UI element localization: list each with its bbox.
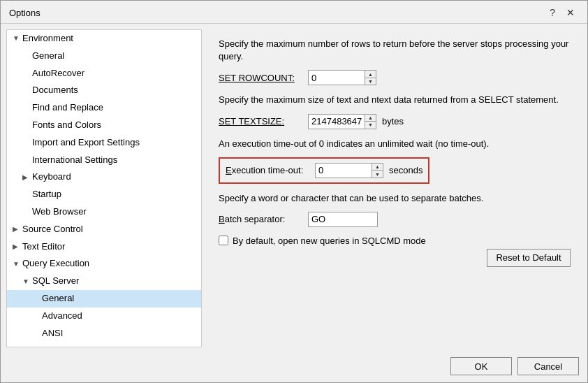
batch-row: Batch separator: [219, 212, 571, 227]
timeout-units: seconds [389, 165, 422, 175]
tree-item-general-sql[interactable]: General [7, 290, 201, 308]
textsize-description: Specify the maximum size of text and nte… [219, 94, 571, 106]
cancel-button[interactable]: Cancel [517, 357, 579, 375]
tree-item-documents[interactable]: Documents [7, 82, 201, 99]
right-panel: Specify the maximum number of rows to re… [207, 29, 582, 347]
tree-item-startup[interactable]: Startup [7, 186, 201, 203]
tree-item-autorecover[interactable]: AutoRecover [7, 65, 201, 82]
sqlcmd-checkbox[interactable] [219, 236, 228, 245]
rowcount-input[interactable] [309, 71, 365, 85]
textsize-label: SET TEXTSIZE: [219, 116, 302, 127]
rowcount-row: SET ROWCOUNT: ▲ ▼ [219, 70, 571, 85]
options-dialog: Options ? ✕ Environment General AutoReco… [0, 0, 588, 383]
textsize-spinner[interactable]: ▲ ▼ [308, 114, 376, 129]
tree-item-keyboard[interactable]: Keyboard [7, 168, 201, 186]
tree-item-ansi[interactable]: ANSI [7, 325, 201, 342]
tree-item-fonts-colors[interactable]: Fonts and Colors [7, 117, 201, 134]
tree-item-import-export[interactable]: Import and Export Settings [7, 134, 201, 152]
dialog-title: Options [9, 8, 41, 18]
title-bar: Options ? ✕ [1, 1, 587, 24]
tree-item-international[interactable]: International Settings [7, 152, 201, 169]
tree-item-source-control[interactable]: Source Control [7, 221, 201, 238]
tree-panel: Environment General AutoRecover Document… [6, 29, 202, 347]
tree-item-sql-server[interactable]: SQL Server [7, 273, 201, 290]
tree-item-find-replace[interactable]: Find and Replace [7, 99, 201, 117]
textsize-row: SET TEXTSIZE: ▲ ▼ bytes [219, 114, 571, 129]
execution-timeout-box: Execution time-out: ▲ ▼ seconds [219, 157, 429, 184]
arrow-environment [13, 33, 22, 44]
reset-button[interactable]: Reset to Default [487, 249, 571, 267]
arrow-keyboard [22, 172, 32, 183]
tree-item-query-execution[interactable]: Query Execution [7, 255, 201, 273]
content-area: Specify the maximum number of rows to re… [207, 29, 582, 347]
textsize-input[interactable] [309, 115, 365, 129]
timeout-label: Execution time-out: [226, 165, 309, 175]
batch-label: Batch separator: [219, 214, 302, 224]
batch-section: Specify a word or character that can be … [219, 192, 571, 227]
rowcount-spinner[interactable]: ▲ ▼ [308, 70, 376, 85]
textsize-spin-buttons: ▲ ▼ [365, 115, 376, 129]
timeout-input[interactable] [316, 164, 372, 178]
textsize-up-button[interactable]: ▲ [365, 115, 376, 122]
arrow-text-editor [13, 241, 22, 252]
timeout-spinner[interactable]: ▲ ▼ [315, 163, 383, 178]
arrow-sql-server [22, 276, 32, 287]
title-bar-controls: ? ✕ [545, 6, 579, 19]
timeout-description: An execution time-out of 0 indicates an … [219, 138, 571, 150]
sqlcmd-label: By default, open new queries in SQLCMD m… [233, 236, 426, 246]
textsize-down-button[interactable]: ▼ [365, 122, 376, 129]
tree-item-general-env[interactable]: General [7, 48, 201, 65]
dialog-body: Environment General AutoRecover Document… [1, 24, 587, 353]
rowcount-description: Specify the maximum number of rows to re… [219, 38, 571, 63]
batch-input[interactable] [308, 212, 378, 227]
tree-item-web-browser[interactable]: Web Browser [7, 203, 201, 221]
batch-description: Specify a word or character that can be … [219, 192, 571, 205]
ok-button[interactable]: OK [450, 357, 512, 375]
close-button[interactable]: ✕ [562, 6, 579, 19]
timeout-down-button[interactable]: ▼ [372, 171, 383, 178]
rowcount-up-button[interactable]: ▲ [365, 71, 376, 78]
sqlcmd-row: By default, open new queries in SQLCMD m… [219, 236, 571, 246]
rowcount-spin-buttons: ▲ ▼ [365, 71, 376, 85]
timeout-up-button[interactable]: ▲ [372, 164, 383, 171]
arrow-source-control [13, 224, 22, 235]
tree-item-advanced[interactable]: Advanced [7, 308, 201, 325]
reset-row: Reset to Default [219, 246, 571, 270]
tree-item-environment[interactable]: Environment [7, 30, 201, 48]
arrow-analysis-server [22, 345, 32, 347]
arrow-query-execution [13, 259, 22, 270]
rowcount-label: SET ROWCOUNT: [219, 73, 302, 83]
textsize-units: bytes [382, 116, 404, 127]
timeout-spin-buttons: ▲ ▼ [372, 164, 383, 178]
tree-item-text-editor[interactable]: Text Editor [7, 238, 201, 256]
tree-item-analysis-server[interactable]: Analysis Server [7, 342, 201, 347]
rowcount-down-button[interactable]: ▼ [365, 78, 376, 85]
dialog-footer: OK Cancel [1, 353, 587, 382]
help-button[interactable]: ? [545, 6, 559, 19]
